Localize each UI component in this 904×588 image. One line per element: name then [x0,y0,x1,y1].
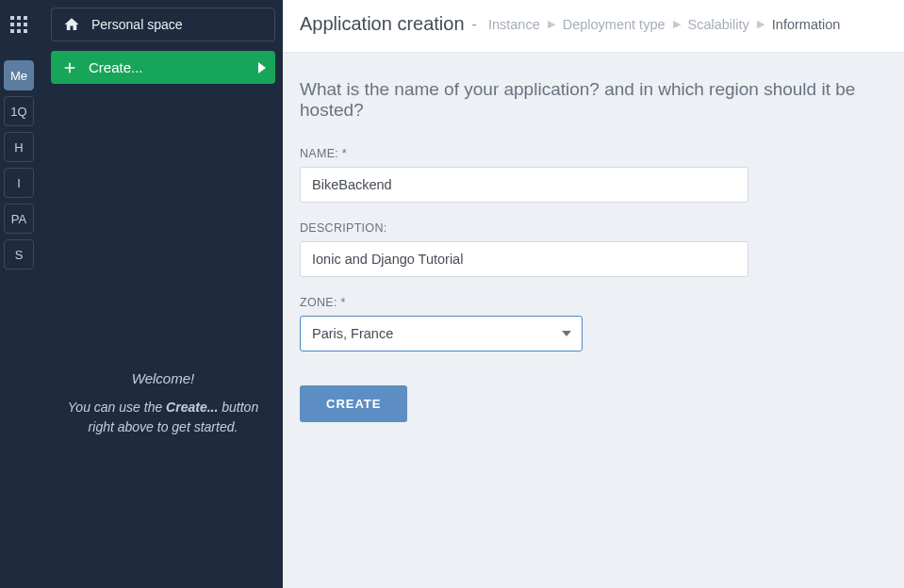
field-zone: ZONE: * [300,296,887,351]
svg-rect-1 [17,16,21,20]
sidebar: Personal space Create... Welcome! You ca… [38,0,283,588]
field-name: NAME: * [300,147,887,203]
personal-space-label: Personal space [91,17,183,32]
page-title: Application creation [300,13,465,35]
chevron-right-icon: ▶ [757,18,764,30]
breadcrumb-step-instance[interactable]: Instance [488,17,540,32]
rail-item-s[interactable]: S [4,239,34,270]
breadcrumb-step-deployment[interactable]: Deployment type [563,17,666,32]
plus-icon [62,60,77,75]
main-content: Application creation - Instance ▶ Deploy… [283,0,904,588]
rail-sidebar: Me 1Q H I PA S [0,0,38,588]
chevron-right-icon: ▶ [673,18,681,30]
zone-select[interactable] [300,316,583,351]
form-body: What is the name of your application? an… [283,53,904,449]
breadcrumb-step-information[interactable]: Information [772,17,841,32]
create-button[interactable]: Create... [51,51,275,84]
rail-item-1q[interactable]: 1Q [4,96,34,126]
submit-create-button[interactable]: CREATE [300,385,407,422]
chevron-right-icon [258,62,266,74]
svg-rect-6 [10,29,14,33]
welcome-description: You can use the Create... button right a… [58,398,268,437]
field-description: DESCRIPTION: [300,221,887,277]
svg-rect-0 [10,16,14,20]
main-header: Application creation - Instance ▶ Deploy… [283,0,904,53]
svg-rect-7 [17,29,21,33]
description-label: DESCRIPTION: [300,221,887,235]
breadcrumb-step-scalability[interactable]: Scalability [688,17,749,32]
zone-select-wrap [300,316,583,351]
svg-rect-8 [24,29,27,33]
svg-rect-4 [17,23,21,26]
rail-item-i[interactable]: I [4,168,34,198]
create-button-label: Create... [89,59,143,75]
description-input[interactable] [300,241,748,277]
rail-item-me[interactable]: Me [4,60,34,90]
welcome-pre: You can use the [68,400,166,415]
form-question: What is the name of your application? an… [300,79,887,121]
personal-space-link[interactable]: Personal space [51,8,275,41]
home-icon [63,16,80,33]
zone-label: ZONE: * [300,296,887,309]
apps-grid-icon[interactable] [8,13,30,36]
welcome-bold: Create... [166,400,218,415]
breadcrumb: Application creation - Instance ▶ Deploy… [300,13,887,35]
name-label: NAME: * [300,147,887,160]
welcome-block: Welcome! You can use the Create... butto… [51,370,275,437]
name-input[interactable] [300,167,748,203]
chevron-right-icon: ▶ [548,18,555,30]
rail-item-h[interactable]: H [4,132,34,162]
rail-item-pa[interactable]: PA [4,204,34,234]
svg-rect-5 [24,23,27,26]
svg-rect-2 [24,16,27,20]
welcome-title: Welcome! [58,370,268,386]
svg-rect-3 [10,23,14,26]
breadcrumb-dash: - [472,16,477,33]
